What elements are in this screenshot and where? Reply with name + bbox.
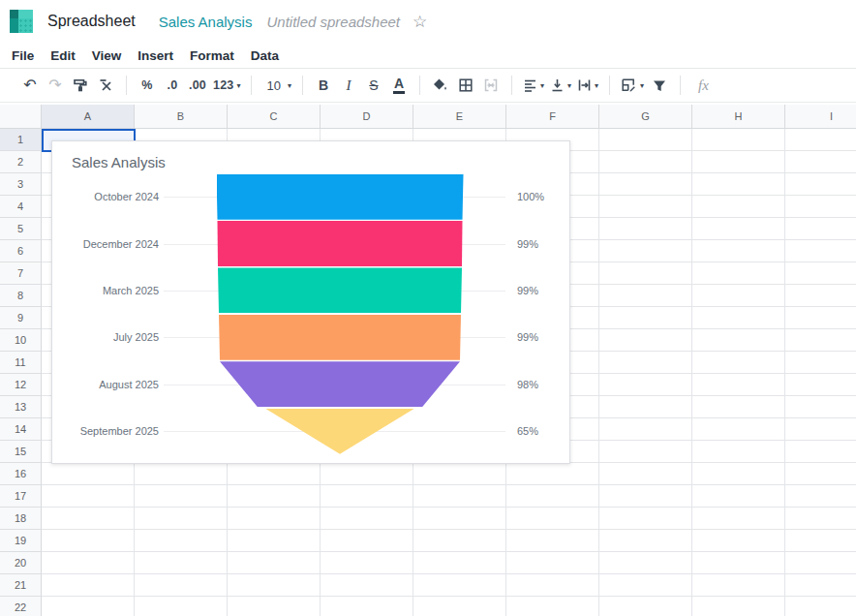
row-header-20[interactable]: 20 — [0, 552, 42, 574]
menu-item-data[interactable]: Data — [251, 48, 279, 63]
increase-decimal-button[interactable]: .00 — [188, 74, 207, 97]
paint-bucket-icon — [432, 77, 448, 93]
filter-button[interactable] — [650, 74, 669, 97]
font-size-selector[interactable]: 10 ▾ — [262, 74, 290, 97]
chevron-down-icon: ▾ — [567, 81, 571, 90]
toolbar-separator — [511, 76, 512, 95]
borders-icon — [458, 77, 474, 93]
row-header-1[interactable]: 1 — [0, 129, 42, 151]
funnel-row: October 2024100% — [52, 173, 569, 220]
paint-roller-icon — [73, 77, 88, 93]
row-header-15[interactable]: 15 — [0, 441, 42, 463]
select-all-corner[interactable] — [0, 105, 42, 129]
funnel-segment[interactable] — [217, 221, 464, 266]
funnel-value-label: 99% — [517, 285, 538, 296]
column-header-a[interactable]: A — [42, 105, 135, 129]
chart-title: Sales Analysis — [72, 154, 166, 170]
star-icon[interactable]: ☆ — [413, 14, 427, 30]
column-header-h[interactable]: H — [692, 105, 785, 129]
fill-color-button[interactable] — [431, 74, 450, 97]
text-color-button[interactable]: A — [389, 74, 409, 97]
horizontal-align-button[interactable]: ▾ — [523, 74, 544, 97]
funnel-value-label: 100% — [517, 191, 544, 202]
funnel-segment[interactable] — [217, 361, 464, 407]
row-header-11[interactable]: 11 — [0, 352, 42, 374]
doc-tab-sales-analysis[interactable]: Sales Analysis — [159, 14, 253, 30]
row-header-3[interactable]: 3 — [0, 173, 42, 196]
toolbar: ↶ ↷ % .0 .00 123 ▾ 10 ▾ B I S A — [0, 69, 856, 103]
italic-button[interactable]: I — [339, 74, 358, 97]
menu-item-edit[interactable]: Edit — [50, 48, 76, 63]
formula-bar-label: fx — [698, 77, 709, 94]
row-header-22[interactable]: 22 — [0, 597, 42, 616]
row-header-9[interactable]: 9 — [0, 307, 42, 329]
align-left-icon — [523, 78, 537, 92]
column-header-g[interactable]: G — [599, 105, 692, 129]
strikethrough-button[interactable]: S — [364, 74, 383, 97]
column-header-i[interactable]: I — [785, 105, 856, 129]
table-edit-icon — [621, 77, 637, 93]
row-header-2[interactable]: 2 — [0, 151, 42, 173]
redo-button[interactable]: ↷ — [46, 74, 65, 97]
paint-format-button[interactable] — [71, 74, 90, 97]
merge-cells-button[interactable] — [481, 74, 501, 97]
toolbar-separator — [302, 76, 303, 95]
funnel-category-label: July 2025 — [52, 331, 159, 343]
vertical-align-bottom-icon — [550, 78, 565, 92]
text-wrap-icon — [577, 78, 592, 92]
column-header-d[interactable]: D — [321, 105, 413, 129]
app-header: Spreadsheet Sales Analysis Untitled spre… — [0, 0, 856, 43]
decrease-decimal-button[interactable]: .0 — [163, 74, 182, 97]
clear-formatting-button[interactable] — [96, 74, 115, 97]
format-percent-button[interactable]: % — [138, 74, 157, 97]
column-header-f[interactable]: F — [506, 105, 599, 129]
funnel-row: March 202599% — [52, 267, 569, 314]
funnel-row: July 202599% — [52, 314, 569, 360]
funnel-segment[interactable] — [217, 315, 464, 360]
toolbar-separator — [251, 76, 252, 95]
text-wrap-button[interactable]: ▾ — [577, 74, 598, 97]
row-header-5[interactable]: 5 — [0, 218, 42, 240]
chevron-down-icon: ▾ — [288, 81, 291, 90]
row-header-21[interactable]: 21 — [0, 574, 42, 597]
row-header-16[interactable]: 16 — [0, 463, 42, 485]
funnel-segment[interactable] — [217, 174, 464, 220]
toolbar-separator — [680, 76, 681, 95]
column-header-c[interactable]: C — [228, 105, 321, 129]
row-header-6[interactable]: 6 — [0, 240, 42, 262]
vertical-align-button[interactable]: ▾ — [550, 74, 571, 97]
toolbar-separator — [126, 76, 127, 95]
funnel-value-label: 99% — [517, 238, 538, 250]
funnel-chart[interactable]: Sales Analysis October 2024100%December … — [51, 140, 570, 464]
menu-item-format[interactable]: Format — [190, 48, 234, 63]
funnel-segment[interactable] — [217, 267, 464, 313]
row-header-14[interactable]: 14 — [0, 418, 42, 441]
column-header-e[interactable]: E — [413, 105, 506, 129]
funnel-category-label: October 2024 — [52, 191, 159, 202]
number-format-button[interactable]: 123 ▾ — [213, 74, 240, 97]
funnel-row: August 202598% — [52, 361, 569, 408]
row-header-10[interactable]: 10 — [0, 329, 42, 352]
undo-button[interactable]: ↶ — [20, 74, 40, 97]
insert-table-edit-button[interactable]: ▾ — [621, 74, 644, 97]
filter-funnel-icon — [652, 78, 667, 93]
borders-button[interactable] — [456, 74, 475, 97]
row-header-12[interactable]: 12 — [0, 374, 42, 396]
menu-item-file[interactable]: File — [12, 48, 34, 63]
row-header-18[interactable]: 18 — [0, 508, 42, 530]
row-header-17[interactable]: 17 — [0, 485, 42, 508]
doc-name[interactable]: Untitled spreadsheet — [266, 14, 400, 30]
row-header-7[interactable]: 7 — [0, 262, 42, 285]
row-headers: 12345678910111213141516171819202122 — [0, 129, 42, 616]
row-header-13[interactable]: 13 — [0, 396, 42, 418]
menu-item-insert[interactable]: Insert — [138, 48, 173, 63]
row-header-4[interactable]: 4 — [0, 196, 42, 218]
menu-item-view[interactable]: View — [92, 48, 122, 63]
bold-button[interactable]: B — [314, 74, 333, 97]
funnel-value-label: 99% — [517, 331, 538, 343]
row-header-8[interactable]: 8 — [0, 285, 42, 307]
column-header-b[interactable]: B — [135, 105, 228, 129]
row-header-19[interactable]: 19 — [0, 530, 42, 552]
chevron-down-icon: ▾ — [595, 81, 598, 90]
funnel-category-label: September 2025 — [52, 425, 159, 437]
